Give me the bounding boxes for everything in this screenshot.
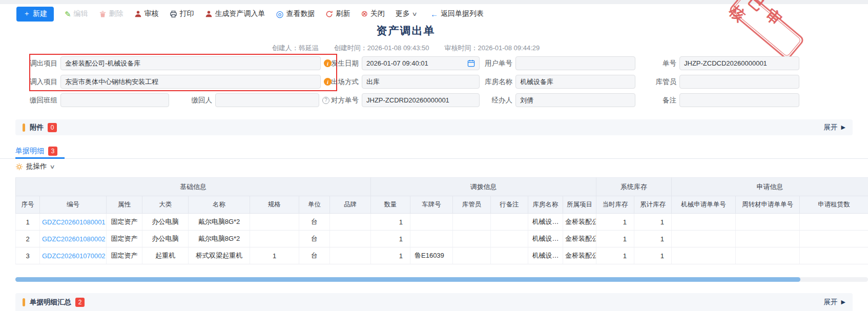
doc-no-input[interactable]: JHZP-ZCDCD20260000001 (679, 56, 799, 70)
table-cell: 台 (299, 231, 330, 247)
triangle-right-icon: ▶ (841, 124, 845, 131)
field-remark: 备注 (637, 93, 799, 107)
close-button[interactable]: ⊗关闭 (361, 9, 384, 18)
trash-icon (99, 10, 107, 18)
table-cell: 戴尔电脑8G*2 (189, 231, 250, 247)
print-button[interactable]: 打印 (170, 9, 194, 18)
column-header: 所属项目 (563, 196, 596, 214)
attachments-bar[interactable]: 附件 0 展开▶ (15, 119, 853, 135)
table-cell: 机械设… (528, 214, 563, 231)
column-header: 累计库存 (634, 196, 672, 214)
table-cell: 1 (250, 247, 299, 264)
keeper-input[interactable] (679, 75, 799, 89)
column-group-header: 申请信息 (672, 178, 868, 196)
return-person-input[interactable] (215, 93, 319, 107)
asset-no-link[interactable]: GDZC202601080001 (42, 218, 106, 226)
view-data-button[interactable]: ◎查看数据 (276, 9, 315, 18)
question-icon[interactable]: ? (322, 97, 329, 104)
column-header: 机械申请单单号 (672, 196, 736, 214)
remark-input[interactable] (679, 93, 799, 107)
field-handler: 经办人 刘倩 (471, 93, 635, 107)
table-cell (491, 214, 528, 231)
column-group-header: 调拨信息 (371, 178, 596, 196)
column-header: 周转材申请单单号 (736, 196, 800, 214)
warehouse-input[interactable]: 机械设备库 (515, 75, 635, 89)
table-cell: GDZC202601080001 (40, 214, 107, 231)
return-team-input[interactable] (60, 93, 169, 107)
field-in-project: 调入项目 东营市奥体中心钢结构安装工程 i (15, 75, 332, 89)
table-cell: 1 (371, 214, 410, 231)
table-cell (800, 214, 868, 231)
detail-count-badge: 3 (48, 147, 57, 156)
column-header: 规格 (250, 196, 299, 214)
horizontal-scrollbar[interactable] (15, 277, 868, 282)
table-cell (491, 247, 528, 264)
close-icon: ⊗ (361, 10, 367, 18)
edit-button[interactable]: ✎编辑 (65, 9, 88, 18)
table-cell: 1 (634, 231, 672, 247)
table-cell: 戴尔电脑8G*2 (189, 214, 250, 231)
tab-row: 单据明细3 (0, 145, 868, 159)
table-cell (800, 247, 868, 264)
table-cell (672, 247, 736, 264)
table-cell: 鲁E16039 (410, 247, 453, 264)
table-cell: 桥式双梁起重机 (189, 247, 250, 264)
audit-button[interactable]: 审核 (134, 9, 159, 18)
table-cell: 机械设… (528, 231, 563, 247)
out-mode-input[interactable]: 出库 (362, 75, 480, 89)
generate-transfer-in-button[interactable]: 生成资产调入单 (205, 9, 265, 18)
asset-no-link[interactable]: GDZC202601070002 (42, 252, 106, 260)
table-cell: 固定资产 (107, 247, 142, 264)
header-block: 资产调出单 创建人：韩延温 创建时间：2026-01-08 09:43:50 审… (0, 24, 812, 53)
tab-detail[interactable]: 单据明细3 (15, 145, 57, 157)
back-arrow-icon: ← (430, 10, 438, 18)
table-cell (491, 231, 528, 247)
delete-button[interactable]: 删除 (99, 9, 123, 18)
field-date: 发生日期 2026-01-07 09:40:01 (319, 56, 480, 70)
table-cell (453, 247, 491, 264)
new-button[interactable]: ＋新建 (16, 7, 54, 22)
column-header: 当时库存 (596, 196, 634, 214)
view-icon: ◎ (276, 10, 284, 18)
back-to-list-button[interactable]: ←返回单据列表 (430, 9, 484, 18)
table-cell (453, 231, 491, 247)
batch-ops-button[interactable]: 批操作 ∨ (15, 162, 54, 171)
attachments-expand-button[interactable]: 展开▶ (824, 123, 845, 132)
date-input[interactable]: 2026-01-07 09:40:01 (362, 56, 480, 70)
user-no-input[interactable] (515, 56, 635, 70)
column-header: 申请租赁数 (800, 196, 868, 214)
column-header: 数量 (371, 196, 410, 214)
table-cell (672, 214, 736, 231)
summary-count-badge: 2 (75, 298, 85, 307)
table-cell (330, 247, 371, 264)
table-cell (672, 231, 736, 247)
table-cell: GDZC202601080002 (40, 231, 107, 247)
creator: 创建人：韩延温 (272, 44, 319, 53)
table-cell: 金桥装配公… (563, 214, 596, 231)
asset-no-link[interactable]: GDZC202601080002 (42, 235, 106, 243)
counter-no-input[interactable]: JHZP-ZCDRD20260000001 (362, 93, 480, 107)
field-return-team: 缴回班组 (15, 93, 169, 107)
table-cell (736, 214, 800, 231)
gear-icon (15, 163, 23, 171)
summary-bar[interactable]: 单据明细汇总 2 展开▶ (15, 293, 853, 311)
doc-meta: 创建人：韩延温 创建时间：2026-01-08 09:43:50 审核时间：20… (0, 44, 812, 53)
summary-title: 单据明细汇总 (30, 298, 71, 307)
created-time: 创建时间：2026-01-08 09:43:50 (334, 44, 429, 53)
table-cell (453, 214, 491, 231)
table-cell (250, 231, 299, 247)
table-cell (330, 214, 371, 231)
table-cell: 1 (634, 214, 672, 231)
in-project-input[interactable]: 东营市奥体中心钢结构安装工程 (60, 75, 321, 89)
handler-input[interactable]: 刘倩 (515, 93, 635, 107)
refresh-button[interactable]: 刷新 (325, 9, 350, 18)
plus-icon: ＋ (23, 9, 30, 18)
scrollbar-thumb[interactable] (15, 277, 800, 282)
column-header: 库管员 (453, 196, 491, 214)
table-cell: 1 (16, 214, 40, 231)
out-project-input[interactable]: 金桥装配公司-机械设备库 (60, 56, 321, 70)
more-button[interactable]: 更多∨ (396, 9, 417, 18)
person-icon (134, 10, 142, 18)
summary-expand-button[interactable]: 展开▶ (824, 298, 845, 307)
table-row: 3GDZC202601070002固定资产起重机桥式双梁起重机1台1鲁E1603… (16, 247, 868, 264)
